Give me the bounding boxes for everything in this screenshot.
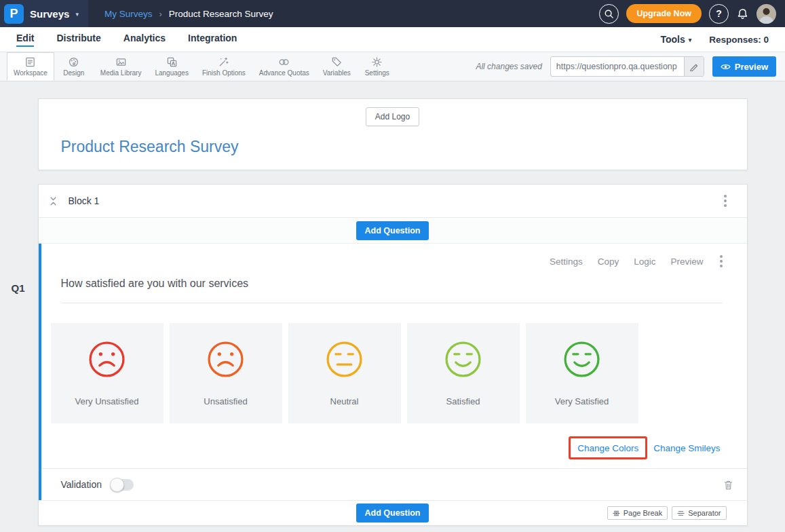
tools-label: Tools bbox=[660, 34, 685, 45]
separator-button[interactable]: Separator bbox=[672, 506, 726, 520]
translate-icon bbox=[166, 56, 178, 68]
question-text[interactable]: How satisfied are you with our services bbox=[61, 278, 723, 303]
avatar[interactable] bbox=[757, 4, 776, 24]
question-mark-icon: ? bbox=[716, 8, 722, 19]
survey-title[interactable]: Product Research Survey bbox=[61, 138, 747, 156]
question-settings-link[interactable]: Settings bbox=[550, 256, 583, 267]
palette-icon bbox=[68, 56, 79, 68]
tab-distribute[interactable]: Distribute bbox=[56, 33, 100, 47]
add-question-button-bottom[interactable]: Add Question bbox=[356, 504, 429, 522]
toolbar-media-library[interactable]: Media Library bbox=[94, 52, 149, 81]
add-question-button-top[interactable]: Add Question bbox=[356, 221, 429, 240]
block-menu-button[interactable] bbox=[723, 193, 728, 208]
footer-right: Page Break Separator bbox=[607, 506, 727, 520]
question-container: Q1 Settings Copy Logic Preview How satis… bbox=[39, 244, 747, 500]
page-break-button[interactable]: Page Break bbox=[607, 506, 668, 520]
add-logo-button[interactable]: Add Logo bbox=[366, 107, 419, 126]
frown-face-icon bbox=[88, 340, 126, 379]
frown-face-icon bbox=[206, 340, 245, 379]
option-very-unsatisfied[interactable]: Very Unsatisfied bbox=[51, 323, 164, 423]
toolbar-workspace[interactable]: Workspace bbox=[7, 52, 54, 81]
preview-button[interactable]: Preview bbox=[712, 56, 776, 77]
change-colors-link[interactable]: Change Colors bbox=[577, 443, 638, 453]
block-card: Block 1 Add Question Q1 Settings Copy Lo… bbox=[38, 184, 748, 526]
option-neutral[interactable]: Neutral bbox=[288, 323, 401, 423]
responses-count: Responses: 0 bbox=[709, 35, 769, 45]
toolbar-finish-options[interactable]: Finish Options bbox=[195, 52, 252, 81]
neutral-face-icon bbox=[325, 340, 364, 379]
nav-right: Tools ▾ Responses: 0 bbox=[660, 34, 769, 45]
gear-icon bbox=[371, 56, 383, 68]
survey-editor-canvas: Add Logo Product Research Survey Block 1… bbox=[38, 81, 748, 526]
tab-analytics[interactable]: Analytics bbox=[123, 33, 166, 47]
product-name: Surveys bbox=[30, 8, 69, 20]
save-status: All changes saved bbox=[476, 62, 541, 71]
edit-url-button[interactable] bbox=[684, 57, 704, 76]
question-number: Q1 bbox=[12, 282, 25, 294]
toolbar-design[interactable]: Design bbox=[54, 52, 94, 81]
search-icon bbox=[604, 9, 614, 19]
bell-icon bbox=[736, 7, 749, 20]
pencil-icon bbox=[689, 62, 698, 71]
smile-face-icon bbox=[444, 340, 482, 379]
question-logic-link[interactable]: Logic bbox=[634, 256, 655, 267]
wand-icon bbox=[218, 56, 229, 68]
question-preview-link[interactable]: Preview bbox=[670, 256, 703, 267]
questionpro-logo: P bbox=[4, 4, 24, 24]
search-button[interactable] bbox=[599, 4, 619, 24]
product-switcher[interactable]: P Surveys ▾ bbox=[0, 0, 88, 27]
help-button[interactable]: ? bbox=[709, 4, 729, 24]
editor-toolbar: Workspace Design Media Library Languages… bbox=[0, 52, 785, 81]
eye-icon bbox=[721, 63, 731, 71]
trash-icon bbox=[723, 479, 733, 491]
option-unsatisfied[interactable]: Unsatisfied bbox=[170, 323, 282, 423]
toolbar-languages[interactable]: Languages bbox=[148, 52, 195, 81]
option-label: Unsatisfied bbox=[204, 396, 247, 406]
image-icon bbox=[115, 56, 127, 68]
separator-icon bbox=[677, 510, 685, 517]
quotas-icon bbox=[278, 56, 290, 68]
user-photo-icon bbox=[757, 4, 776, 24]
nav-tabs: Edit Distribute Analytics Integration bbox=[16, 33, 237, 47]
option-label: Neutral bbox=[330, 396, 359, 406]
workspace-icon bbox=[24, 56, 36, 68]
option-satisfied[interactable]: Satisfied bbox=[407, 323, 520, 423]
question-copy-link[interactable]: Copy bbox=[598, 256, 619, 267]
toolbar-advance-quotas[interactable]: Advance Quotas bbox=[252, 52, 316, 81]
tab-integration[interactable]: Integration bbox=[188, 33, 237, 47]
notifications-button[interactable] bbox=[736, 7, 749, 20]
toggle-knob bbox=[110, 478, 124, 492]
option-very-satisfied[interactable]: Very Satisfied bbox=[526, 323, 638, 423]
topbar-actions: Upgrade Now ? bbox=[599, 4, 785, 24]
survey-url[interactable]: https://questionpro.qa.questionp bbox=[551, 57, 684, 76]
breadcrumb-current-page: Product Research Survey bbox=[169, 9, 273, 19]
delete-question-button[interactable] bbox=[723, 479, 733, 491]
breadcrumb-my-surveys[interactable]: My Surveys bbox=[104, 9, 153, 19]
option-label: Satisfied bbox=[446, 396, 480, 406]
validation-label: Validation bbox=[61, 479, 102, 490]
survey-url-box: https://questionpro.qa.questionp bbox=[550, 56, 704, 77]
toolbar-settings[interactable]: Settings bbox=[358, 52, 397, 81]
tools-menu[interactable]: Tools ▾ bbox=[660, 34, 691, 45]
tab-edit[interactable]: Edit bbox=[16, 33, 34, 47]
block-title: Block 1 bbox=[69, 195, 100, 206]
block-header: Block 1 bbox=[39, 185, 747, 218]
smiley-scale: Very Unsatisfied Unsatisfied Neutral Sat… bbox=[51, 323, 747, 423]
smiley-links-row: Change Colors Change Smileys bbox=[41, 436, 721, 459]
option-label: Very Satisfied bbox=[555, 396, 609, 406]
change-smileys-link[interactable]: Change Smileys bbox=[653, 443, 720, 453]
survey-header-card: Add Logo Product Research Survey bbox=[38, 98, 748, 170]
survey-nav: Edit Distribute Analytics Integration To… bbox=[0, 27, 785, 52]
tag-icon bbox=[331, 56, 343, 68]
question-menu-button[interactable] bbox=[719, 254, 724, 269]
toolbar-variables[interactable]: Variables bbox=[316, 52, 358, 81]
upgrade-now-button[interactable]: Upgrade Now bbox=[626, 4, 702, 23]
page-break-icon bbox=[613, 510, 620, 517]
chevron-down-icon: ▾ bbox=[689, 37, 692, 43]
question-actions: Settings Copy Logic Preview bbox=[41, 244, 747, 269]
topbar: P Surveys ▾ My Surveys › Product Researc… bbox=[0, 0, 785, 27]
collapse-block-icon[interactable] bbox=[48, 196, 58, 206]
option-label: Very Unsatisfied bbox=[75, 396, 139, 406]
validation-row: Validation bbox=[41, 468, 747, 500]
validation-toggle[interactable] bbox=[111, 479, 134, 491]
